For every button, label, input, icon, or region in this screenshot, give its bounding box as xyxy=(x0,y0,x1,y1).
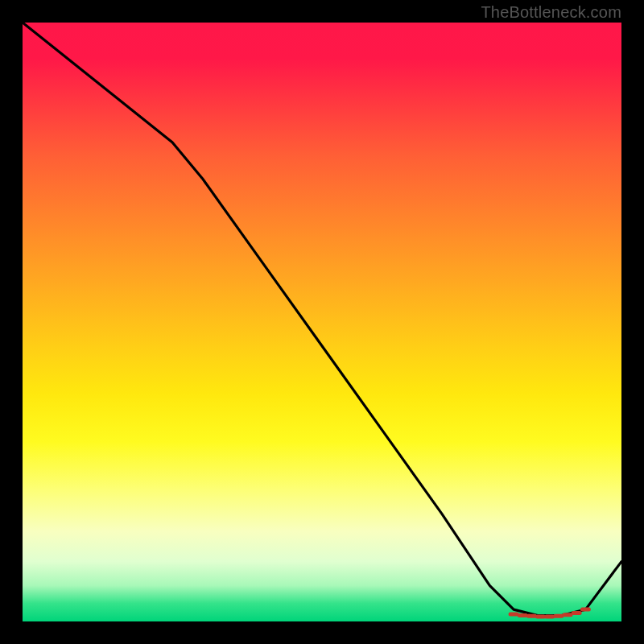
chart-svg xyxy=(23,23,621,621)
series-curve xyxy=(23,23,621,616)
watermark-text: TheBottleneck.com xyxy=(481,3,621,22)
curve-path xyxy=(23,23,621,616)
chart-container: TheBottleneck.com xyxy=(0,0,644,644)
